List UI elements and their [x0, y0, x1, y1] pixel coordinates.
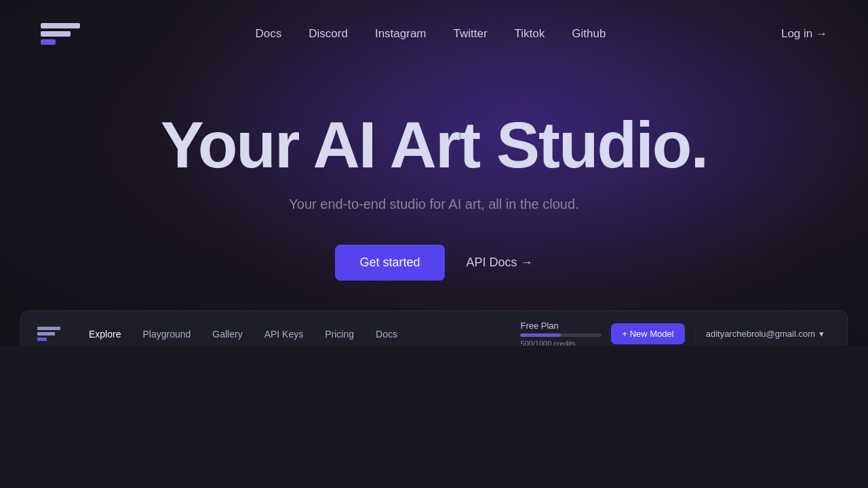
app-logo[interactable] — [37, 327, 60, 341]
hero-subtitle: Your end-to-end studio for AI art, all i… — [289, 197, 578, 212]
hero-actions: Get started API Docs → — [335, 245, 532, 281]
app-nav-api-keys[interactable]: API Keys — [255, 325, 313, 344]
app-navbar: Explore Playground Gallery API Keys Pric… — [21, 311, 847, 346]
hero-section: Docs Discord Instagram Twitter Tiktok Gi… — [0, 0, 868, 346]
nav-links: Docs Discord Instagram Twitter Tiktok Gi… — [256, 27, 606, 41]
hero-title: Your AI Art Studio. — [161, 113, 707, 178]
logo-bar-3 — [41, 39, 56, 45]
nav-docs[interactable]: Docs — [256, 27, 282, 41]
free-plan-label: Free Plan — [520, 321, 601, 331]
chevron-down-icon: ▾ — [819, 329, 824, 339]
app-logo-bar-2 — [37, 332, 55, 336]
nav-tiktok[interactable]: Tiktok — [515, 27, 545, 41]
api-docs-link[interactable]: API Docs → — [467, 256, 533, 270]
app-nav-right: Free Plan 500/1000 credits + New Model a… — [520, 321, 831, 346]
app-nav-playground[interactable]: Playground — [133, 325, 200, 344]
app-logo-bar-1 — [37, 327, 60, 330]
app-nav-explore[interactable]: Explore — [79, 325, 130, 344]
new-model-button[interactable]: + New Model — [611, 323, 684, 344]
credits-bar — [520, 333, 601, 337]
get-started-button[interactable]: Get started — [335, 245, 444, 281]
nav-instagram[interactable]: Instagram — [375, 27, 427, 41]
app-preview-panel: Explore Playground Gallery API Keys Pric… — [20, 310, 848, 346]
nav-discord[interactable]: Discord — [309, 27, 348, 41]
hero-content: Your AI Art Studio. Your end-to-end stud… — [0, 68, 868, 346]
user-area[interactable]: adityarchebrolu@gmail.com ▾ — [694, 325, 831, 343]
app-nav-gallery[interactable]: Gallery — [203, 325, 252, 344]
app-logo-bar-3 — [37, 338, 47, 341]
app-nav-docs[interactable]: Docs — [366, 325, 407, 344]
logo[interactable] — [41, 23, 80, 45]
free-plan-area: Free Plan 500/1000 credits — [520, 321, 601, 346]
logo-bar-1 — [41, 23, 80, 28]
bottom-fill — [0, 346, 868, 488]
app-nav-pricing[interactable]: Pricing — [315, 325, 363, 344]
user-email: adityarchebrolu@gmail.com — [706, 329, 815, 339]
nav-twitter[interactable]: Twitter — [454, 27, 488, 41]
credits-bar-fill — [520, 333, 561, 337]
app-nav-items: Explore Playground Gallery API Keys Pric… — [79, 325, 520, 344]
logo-bar-2 — [41, 31, 71, 37]
nav-github[interactable]: Github — [572, 27, 606, 41]
login-button[interactable]: Log in → — [781, 27, 827, 41]
credits-text: 500/1000 credits — [520, 340, 601, 346]
main-navbar: Docs Discord Instagram Twitter Tiktok Gi… — [0, 0, 868, 68]
